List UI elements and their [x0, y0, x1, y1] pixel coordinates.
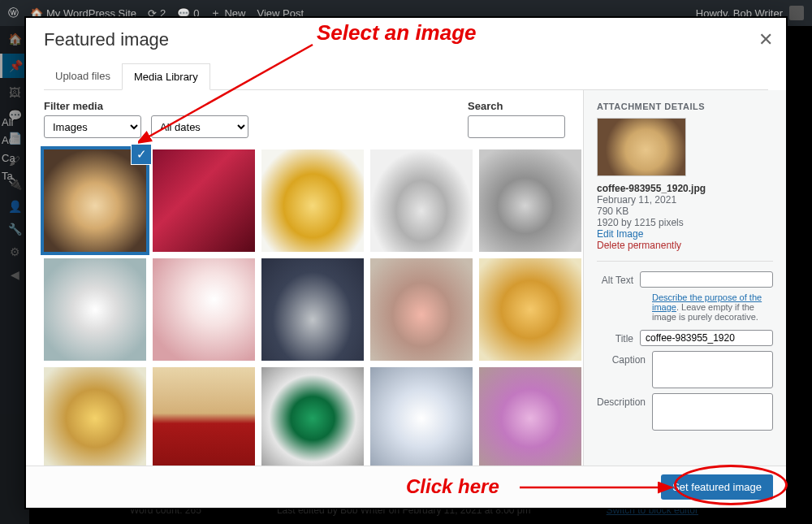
- title-label: Title: [597, 330, 640, 344]
- media-thumb[interactable]: [44, 367, 146, 466]
- title-input[interactable]: [640, 330, 773, 346]
- search-label: Search: [468, 100, 565, 112]
- media-thumb[interactable]: [370, 258, 473, 361]
- avatar[interactable]: [789, 6, 804, 20]
- description-label: Description: [597, 393, 652, 408]
- media-thumb[interactable]: [479, 367, 581, 466]
- check-icon: ✓: [132, 145, 151, 164]
- media-thumb[interactable]: [479, 258, 581, 361]
- tab-media-library[interactable]: Media Library: [122, 63, 210, 90]
- wp-logo-icon[interactable]: ⓦ: [8, 6, 19, 20]
- media-grid: ✓: [44, 149, 565, 466]
- close-button[interactable]: ✕: [758, 29, 773, 50]
- media-thumb[interactable]: [370, 149, 473, 252]
- tab-upload-files[interactable]: Upload files: [44, 63, 122, 89]
- caption-input[interactable]: [652, 351, 773, 388]
- edit-image-link[interactable]: Edit Image: [597, 228, 643, 240]
- details-heading: ATTACHMENT DETAILS: [597, 102, 773, 111]
- media-thumb-selected[interactable]: ✓: [44, 149, 146, 252]
- attachment-date: February 11, 2021: [597, 194, 773, 206]
- caption-label: Caption: [597, 351, 652, 366]
- media-thumb[interactable]: [261, 367, 364, 466]
- set-featured-image-button[interactable]: Set featured image: [661, 474, 773, 500]
- attachment-filename: coffee-983955_1920.jpg: [597, 183, 773, 194]
- media-thumb[interactable]: [153, 258, 255, 361]
- attachment-details: ATTACHMENT DETAILS coffee-983955_1920.jp…: [583, 90, 786, 466]
- filter-media-label: Filter media: [44, 100, 141, 112]
- attachment-preview: [597, 118, 686, 176]
- alt-text-input[interactable]: [640, 271, 773, 288]
- media-thumb[interactable]: [370, 367, 473, 466]
- media-thumb[interactable]: [153, 367, 255, 466]
- filter-date-select[interactable]: All dates: [151, 115, 248, 138]
- alt-text-label: Alt Text: [597, 271, 640, 286]
- media-thumb[interactable]: [261, 258, 364, 361]
- description-input[interactable]: [652, 393, 773, 431]
- attachment-size: 790 KB: [597, 206, 773, 217]
- featured-image-modal: Featured image ✕ Upload files Media Libr…: [24, 16, 788, 509]
- media-thumb[interactable]: [153, 149, 255, 252]
- modal-title: Featured image: [44, 29, 768, 50]
- attachment-dimensions: 1920 by 1215 pixels: [597, 217, 773, 228]
- media-thumb[interactable]: [479, 149, 581, 252]
- filter-type-select[interactable]: Images: [44, 115, 141, 138]
- delete-permanently-link[interactable]: Delete permanently: [597, 240, 681, 251]
- media-thumb[interactable]: [44, 258, 146, 361]
- search-input[interactable]: [468, 115, 565, 138]
- media-thumb[interactable]: [261, 149, 364, 252]
